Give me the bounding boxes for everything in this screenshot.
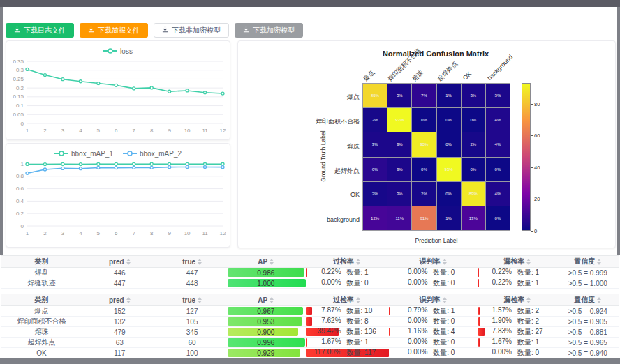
svg-text:7: 7 <box>133 128 136 134</box>
metrics-table: 类别predtrueAP过检率误判率漏检率置信度焊盘4464470.9860.2… <box>1 255 619 289</box>
ap-value: 0.953 <box>257 318 274 326</box>
rate-text: 117.00%数量: 117 <box>307 348 387 358</box>
legend-marker-icon <box>103 47 117 54</box>
svg-text:11: 11 <box>202 230 208 236</box>
download-log-label: 下载日志文件 <box>24 26 66 36</box>
ap-value: 0.986 <box>257 269 274 277</box>
sort-icon[interactable] <box>597 259 601 265</box>
over-rate-cell: 1.67%数量: 1 <box>305 338 388 348</box>
svg-text:1: 1 <box>21 161 24 167</box>
column-header-AP[interactable]: AP <box>227 294 305 306</box>
colorbar-tick-label: 80 <box>534 101 540 107</box>
sort-icon[interactable] <box>597 297 601 303</box>
download-plain-model-button[interactable]: 下载非加密模型 <box>154 23 229 38</box>
column-header-过检率[interactable]: 过检率 <box>305 294 388 306</box>
download-log-button[interactable]: 下载日志文件 <box>6 23 74 38</box>
svg-text:0.2: 0.2 <box>16 211 24 217</box>
sort-icon[interactable] <box>198 297 202 303</box>
over-rate-cell: 7.87%数量: 10 <box>305 306 388 317</box>
matrix-cell: 1% <box>437 206 461 230</box>
pred-cell: 117 <box>82 348 158 358</box>
rate-text: 0.00%数量: 0 <box>390 338 476 347</box>
column-header-过检率[interactable]: 过检率 <box>305 256 388 268</box>
matrix-cell: 3% <box>388 132 411 156</box>
legend-label: bbox_mAP_2 <box>140 150 182 158</box>
download-icon <box>243 26 249 34</box>
column-header-label: 置信度 <box>574 257 595 266</box>
rate-text: 1.67%数量: 1 <box>479 338 555 347</box>
matrix-cell: 0% <box>462 108 485 132</box>
ap-cell: 0.929 <box>227 348 305 358</box>
legend-item-loss[interactable]: loss <box>103 45 133 56</box>
rate-text: 1.57%数量: 2 <box>479 306 555 316</box>
toolbar: 下载日志文件 下载简报文件 下载非加密模型 下载加密模型 <box>6 23 303 38</box>
matrix-cell: 1% <box>437 84 461 107</box>
rate-text: 0.22%数量: 1 <box>479 278 555 288</box>
column-header-true[interactable]: true <box>158 294 227 306</box>
download-plain-model-label: 下载非加密模型 <box>172 26 221 36</box>
svg-text:1: 1 <box>26 230 29 236</box>
rate-text: 0.00%数量: 0 <box>479 348 555 358</box>
matrix-row-label: 焊印面积不合格 <box>269 117 360 126</box>
misjudge-rate-cell: 0.00%数量: 0 <box>388 268 478 278</box>
sort-icon[interactable] <box>270 259 274 265</box>
rate-text: 7.83%数量: 27 <box>479 327 555 337</box>
column-header-AP[interactable]: AP <box>227 256 305 268</box>
column-header-label: 漏检率 <box>503 295 524 305</box>
column-header-label: AP <box>258 296 267 304</box>
matrix-cell: 6% <box>363 158 387 181</box>
svg-text:8: 8 <box>150 128 154 134</box>
column-header-true[interactable]: true <box>158 256 227 268</box>
matrix-cell: 0% <box>462 158 485 181</box>
svg-text:3: 3 <box>61 230 65 236</box>
colorbar-tick-label: 20 <box>534 196 540 202</box>
miss-rate-cell: 0.22%数量: 1 <box>478 278 556 289</box>
class-cell: 起焊炸点 <box>1 338 82 348</box>
download-encrypted-model-button[interactable]: 下载加密模型 <box>235 23 303 38</box>
map-chart-card: bbox_mAP_1 bbox_mAP_2 00.20.40.60.811234… <box>6 143 230 248</box>
column-header-置信度[interactable]: 置信度 <box>557 294 619 306</box>
column-header-误判率[interactable]: 误判率 <box>388 294 478 306</box>
matrix-cell: 11% <box>388 206 411 230</box>
matrix-cell: 0% <box>437 108 461 132</box>
column-header-误判率[interactable]: 误判率 <box>388 256 478 268</box>
over-rate-cell: 0.00%数量: 0 <box>305 278 388 289</box>
rate-text: 0.00%数量: 0 <box>390 348 476 358</box>
class-cell: 焊盘 <box>1 268 82 278</box>
matrix-cell: 4% <box>486 108 510 132</box>
sort-icon[interactable] <box>270 297 274 303</box>
legend-item-bbox-map-1[interactable]: bbox_mAP_1 <box>54 148 113 159</box>
column-header-漏检率[interactable]: 漏检率 <box>478 256 556 268</box>
ap-cell: 0.996 <box>227 338 305 348</box>
sort-icon[interactable] <box>198 259 202 265</box>
column-header-pred[interactable]: pred <box>82 256 158 268</box>
matrix-cell: 0% <box>437 132 461 156</box>
metrics-table: 类别predtrueAP过检率误判率漏检率置信度爆点1521270.9677.8… <box>1 294 619 358</box>
matrix-row-label: 爆点 <box>269 93 360 102</box>
column-header-pred[interactable]: pred <box>82 294 158 306</box>
svg-text:6: 6 <box>115 128 118 134</box>
metrics-tables: 类别predtrueAP过检率误判率漏检率置信度焊盘4464470.9860.2… <box>1 255 619 358</box>
loss-chart-legend: loss <box>6 41 230 56</box>
matrix-cell: 0% <box>486 158 510 181</box>
sort-icon[interactable] <box>356 297 360 303</box>
svg-text:8: 8 <box>150 230 154 236</box>
column-header-label: 漏检率 <box>503 257 524 266</box>
sort-icon[interactable] <box>126 297 131 303</box>
matrix-column-label: 爆点 <box>361 68 376 84</box>
sort-icon[interactable] <box>126 259 131 265</box>
ap-value: 0.967 <box>257 308 274 315</box>
column-header-置信度[interactable]: 置信度 <box>557 256 619 268</box>
sort-icon[interactable] <box>443 297 447 303</box>
sort-icon[interactable] <box>356 259 360 265</box>
sort-icon[interactable] <box>526 297 531 303</box>
column-header-漏检率[interactable]: 漏检率 <box>478 294 556 306</box>
miss-rate-cell: 0.22%数量: 1 <box>478 268 556 278</box>
legend-item-bbox-map-2[interactable]: bbox_mAP_2 <box>123 148 182 159</box>
sort-icon[interactable] <box>526 259 531 265</box>
download-report-button[interactable]: 下载简报文件 <box>80 23 148 38</box>
sort-icon[interactable] <box>443 259 447 265</box>
matrix-cell: 3% <box>388 158 411 181</box>
table-row: 爆点1521270.9677.87%数量: 100.79%数量: 11.57%数… <box>1 306 619 317</box>
svg-text:11: 11 <box>202 128 208 134</box>
